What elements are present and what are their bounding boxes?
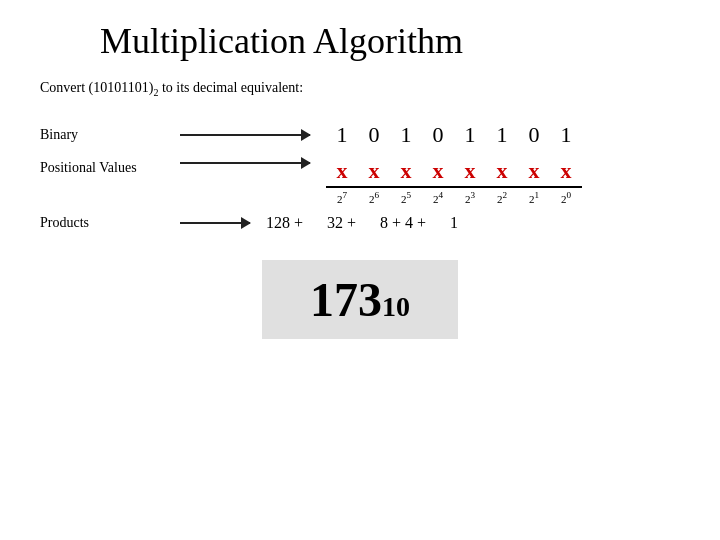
positional-arrow-line [180, 162, 310, 164]
power-cell-4: 24 [422, 190, 454, 205]
product-values: 128 + 32 + 8 + 4 + 1 [266, 214, 458, 232]
positional-arrow [180, 162, 310, 164]
page: Multiplication Algorithm Convert (101011… [0, 0, 720, 540]
subtitle: Convert (10101101)2 to its decimal equiv… [40, 80, 680, 98]
positional-values-container: x x x x x x x x 27 26 25 24 23 22 21 20 [326, 158, 582, 205]
x-cell-7: x [550, 158, 582, 184]
power-cell-1: 21 [518, 190, 550, 205]
binary-arrow [180, 134, 310, 136]
power-cell-5: 25 [390, 190, 422, 205]
powers-row: 27 26 25 24 23 22 21 20 [326, 186, 582, 205]
x-cell-6: x [518, 158, 550, 184]
prod-32: 32 + [327, 214, 356, 232]
power-cell-0: 20 [550, 190, 582, 205]
x-row: x x x x x x x x [326, 158, 582, 184]
prod-128: 128 + [266, 214, 303, 232]
power-cell-3: 23 [454, 190, 486, 205]
products-label: Products [40, 215, 140, 231]
binary-digit-3: 0 [422, 122, 454, 148]
binary-digit-2: 1 [390, 122, 422, 148]
binary-digit-4: 1 [454, 122, 486, 148]
products-arrow [180, 222, 250, 224]
binary-digit-6: 0 [518, 122, 550, 148]
x-cell-0: x [326, 158, 358, 184]
positional-row: Positional Values x x x x x x x x 27 26 … [40, 158, 680, 205]
binary-row: Binary 1 0 1 0 1 1 0 1 [40, 122, 680, 148]
power-cell-2: 22 [486, 190, 518, 205]
result-number: 173 [310, 272, 382, 327]
products-arrow-line [180, 222, 250, 224]
binary-digit-5: 1 [486, 122, 518, 148]
binary-digit-7: 1 [550, 122, 582, 148]
binary-label: Binary [40, 127, 180, 143]
x-cell-1: x [358, 158, 390, 184]
x-cell-3: x [422, 158, 454, 184]
products-row: Products 128 + 32 + 8 + 4 + 1 [40, 214, 680, 232]
prod-1: 1 [450, 214, 458, 232]
result-box: 17310 [262, 260, 458, 339]
x-cell-4: x [454, 158, 486, 184]
x-cell-5: x [486, 158, 518, 184]
page-title: Multiplication Algorithm [100, 20, 680, 62]
binary-digits: 1 0 1 0 1 1 0 1 [326, 122, 582, 148]
binary-arrow-line [180, 134, 310, 136]
positional-label: Positional Values [40, 158, 180, 176]
power-cell-7: 27 [326, 190, 358, 205]
binary-digit-0: 1 [326, 122, 358, 148]
prod-8-4: 8 + 4 + [380, 214, 426, 232]
binary-digit-1: 0 [358, 122, 390, 148]
result-subscript: 10 [382, 291, 410, 323]
result-container: 17310 [40, 260, 680, 339]
power-cell-6: 26 [358, 190, 390, 205]
x-cell-2: x [390, 158, 422, 184]
